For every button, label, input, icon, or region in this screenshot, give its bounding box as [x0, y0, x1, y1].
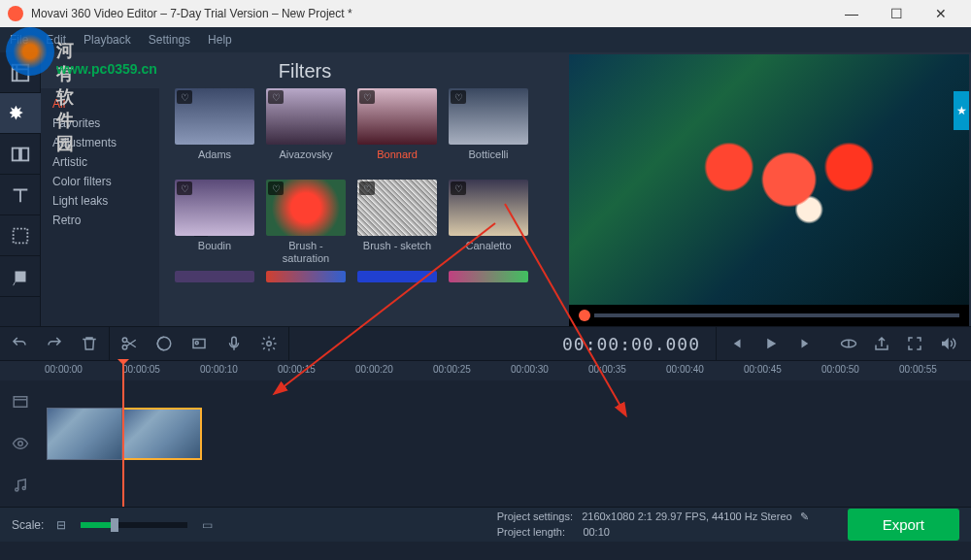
filter-partial[interactable] — [449, 271, 528, 282]
scale-slider[interactable] — [81, 522, 187, 528]
zoom-out-button[interactable]: ⊟ — [50, 513, 73, 537]
tool-media[interactable] — [0, 52, 41, 93]
tool-stickers[interactable] — [0, 215, 41, 256]
star-badge[interactable]: ★ — [954, 91, 969, 130]
filter-bonnard[interactable]: ♡Bonnard — [357, 88, 437, 174]
zoom-fit-button[interactable]: ▭ — [195, 513, 218, 537]
menu-help[interactable]: Help — [208, 33, 232, 47]
heart-icon[interactable]: ♡ — [177, 90, 192, 104]
cat-retro[interactable]: Retro — [41, 211, 159, 230]
playhead-marker[interactable] — [122, 361, 124, 380]
menu-settings[interactable]: Settings — [149, 33, 190, 47]
split-button[interactable] — [117, 332, 141, 355]
undo-button[interactable] — [8, 332, 31, 355]
heart-icon[interactable]: ♡ — [451, 181, 466, 195]
menu-file[interactable]: File — [10, 33, 28, 47]
color-button[interactable] — [152, 332, 176, 355]
track-video-icon[interactable] — [0, 380, 41, 422]
menu-playback[interactable]: Playback — [84, 33, 131, 47]
svg-point-6 — [122, 346, 127, 350]
preview-track[interactable] — [594, 313, 959, 317]
maximize-button[interactable]: ☐ — [874, 0, 919, 27]
heart-icon[interactable]: ♡ — [359, 90, 375, 104]
crop-button[interactable] — [187, 332, 211, 355]
filter-brush-sketch[interactable]: ♡Brush - sketch — [357, 180, 437, 265]
preview-panel: ★ — [569, 54, 969, 326]
heart-icon[interactable]: ♡ — [451, 90, 466, 104]
filter-adams[interactable]: ♡Adams — [175, 88, 254, 174]
menu-edit[interactable]: Edit — [46, 33, 66, 47]
360-button[interactable] — [837, 332, 860, 355]
cat-all[interactable]: All — [41, 94, 159, 114]
preview-image — [569, 54, 969, 305]
share-button[interactable] — [870, 332, 893, 355]
next-button[interactable] — [794, 332, 818, 355]
prev-button[interactable] — [724, 332, 748, 355]
project-info: Project settings: 2160x1080 2:1 29.97 FP… — [497, 510, 809, 540]
heart-icon[interactable]: ♡ — [268, 90, 284, 104]
heart-icon[interactable]: ♡ — [268, 181, 284, 195]
record-button[interactable] — [222, 332, 246, 355]
filter-partial[interactable] — [175, 271, 254, 282]
cat-lightleaks[interactable]: Light leaks — [41, 191, 159, 211]
svg-point-11 — [267, 342, 272, 346]
timeline-playhead[interactable] — [122, 380, 124, 507]
filter-boudin[interactable]: ♡Boudin — [175, 180, 254, 265]
delete-button[interactable] — [78, 332, 101, 355]
svg-point-14 — [18, 441, 23, 445]
cat-favorites[interactable]: Favorites — [41, 114, 159, 133]
cat-colorfilters[interactable]: Color filters — [41, 172, 159, 191]
timeline-ruler[interactable]: 00:00:00 00:00:05 00:00:10 00:00:15 00:0… — [0, 361, 971, 380]
svg-rect-4 — [16, 271, 26, 281]
svg-rect-10 — [232, 337, 237, 346]
filter-canaletto[interactable]: ♡Canaletto — [449, 180, 528, 265]
track-audio-icon[interactable] — [0, 464, 41, 506]
window-title: Movavi 360 Video Editor – 7-Day Trial Ve… — [31, 7, 829, 20]
redo-button[interactable] — [43, 332, 66, 355]
tool-filters[interactable] — [0, 93, 41, 134]
svg-point-5 — [122, 338, 127, 343]
svg-rect-0 — [13, 64, 29, 81]
preview-playhead[interactable] — [579, 310, 590, 321]
export-button[interactable]: Export — [848, 509, 959, 541]
panel-title: Filters — [41, 52, 569, 88]
filter-aivazovsky[interactable]: ♡Aivazovsky — [266, 88, 346, 174]
minimize-button[interactable]: — — [829, 0, 874, 27]
timecode: 00:00:00.000 — [547, 334, 716, 354]
heart-icon[interactable]: ♡ — [177, 181, 192, 195]
filter-botticelli[interactable]: ♡Botticelli — [449, 88, 528, 174]
svg-point-15 — [16, 488, 18, 491]
svg-point-9 — [195, 342, 198, 345]
edit-settings-icon[interactable]: ✎ — [800, 511, 809, 522]
play-button[interactable] — [759, 332, 783, 355]
track-visible-icon[interactable] — [0, 422, 41, 464]
svg-rect-2 — [21, 148, 28, 160]
filter-partial[interactable] — [357, 271, 437, 282]
timeline-tracks[interactable] — [41, 380, 971, 507]
app-icon — [8, 6, 23, 21]
tool-callouts[interactable] — [0, 256, 41, 297]
svg-rect-13 — [14, 396, 27, 407]
tool-transitions[interactable] — [0, 134, 41, 175]
tool-titles[interactable] — [0, 175, 41, 215]
filter-categories: All Favorites Adjustments Artistic Color… — [41, 88, 159, 326]
filter-brush-sat[interactable]: ♡Brush - saturation — [266, 180, 346, 265]
volume-button[interactable] — [936, 332, 959, 355]
clip-2[interactable] — [122, 408, 202, 460]
cat-artistic[interactable]: Artistic — [41, 152, 159, 172]
svg-rect-1 — [13, 148, 19, 160]
close-button[interactable]: ✕ — [919, 0, 963, 27]
clip-1[interactable] — [47, 408, 122, 460]
cat-adjustments[interactable]: Adjustments — [41, 133, 159, 152]
fullscreen-button[interactable] — [903, 332, 926, 355]
scale-label: Scale: — [12, 518, 44, 532]
filter-partial[interactable] — [266, 271, 346, 282]
svg-point-16 — [22, 486, 25, 489]
heart-icon[interactable]: ♡ — [359, 181, 375, 195]
properties-button[interactable] — [257, 332, 281, 355]
svg-rect-3 — [14, 228, 28, 243]
